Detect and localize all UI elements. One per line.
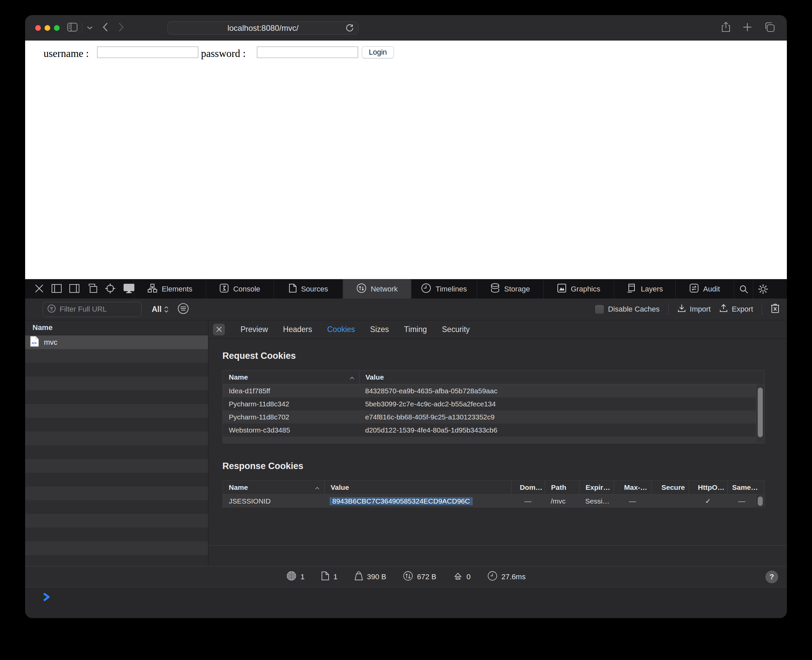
quick-console[interactable] (25, 587, 787, 618)
tab-label: Console (233, 285, 260, 294)
table-row[interactable]: Pycharm-11d8c702 e74f816c-bb68-405f-9c25… (223, 410, 764, 424)
toolbar-divider (82, 22, 82, 33)
document-code-icon: <> (30, 336, 39, 349)
undock-icon[interactable] (87, 284, 97, 294)
resource-type-select[interactable]: All (152, 305, 168, 314)
clear-network-icon[interactable] (771, 303, 780, 315)
globe-icon (286, 571, 297, 583)
address-bar[interactable]: localhost:8080/mvc/ (168, 21, 358, 35)
column-header-label: Name (32, 323, 52, 332)
sort-ascending-icon (315, 484, 320, 492)
new-tab-icon[interactable] (743, 22, 752, 33)
share-icon[interactable] (721, 22, 731, 34)
transferred-size: 672 B (403, 571, 436, 583)
detail-tab-timing[interactable]: Timing (404, 325, 427, 334)
table-row[interactable]: Idea-d1f785ff 84328570-ea9b-4635-afba-05… (223, 384, 764, 397)
chevron-down-icon[interactable] (87, 25, 92, 31)
tab-sources[interactable]: Sources (274, 279, 343, 298)
dock-bottom-icon[interactable] (69, 284, 79, 294)
column-header-name[interactable]: Name (223, 371, 359, 384)
tab-console[interactable]: Console (206, 279, 274, 298)
tab-label: Layers (641, 285, 663, 294)
column-header-value[interactable]: Value (359, 371, 764, 384)
table-row[interactable]: Pycharm-11d8c342 5beb3099-2c7e-4c9c-adc2… (223, 397, 764, 410)
tab-label: Audit (703, 285, 720, 294)
table-row[interactable]: Webstorm-c3d3485 d205d122-1539-4fe4-80a5… (223, 424, 764, 436)
detail-tab-headers[interactable]: Headers (283, 325, 312, 334)
close-inspector-icon[interactable] (35, 284, 44, 295)
scrollbar-thumb[interactable] (758, 497, 763, 506)
table-scrollbar[interactable] (756, 495, 764, 507)
table-scrollbar[interactable] (756, 384, 764, 443)
cookie-value-cell[interactable]: 8943B6CBC7C36490585324ECD9ACD96C (324, 497, 511, 505)
detail-tab-security[interactable]: Security (442, 325, 469, 334)
error-count: 0 (453, 571, 471, 582)
username-field[interactable] (97, 46, 198, 58)
sidebar-empty-rows (25, 349, 208, 566)
close-window-button[interactable] (35, 25, 41, 31)
resource-type-value: All (152, 305, 162, 314)
request-cookies-title: Request Cookies (222, 351, 787, 361)
settings-gear-icon[interactable] (753, 279, 773, 298)
tab-graphics[interactable]: Graphics (544, 279, 614, 298)
column-header-name[interactable]: Name (223, 481, 324, 494)
back-button[interactable] (103, 22, 108, 33)
request-row-mvc[interactable]: <> mvc (25, 335, 208, 349)
tab-elements[interactable]: Elements (134, 279, 206, 298)
close-detail-icon[interactable] (213, 324, 225, 335)
username-label: username : (44, 48, 89, 60)
column-header-samesite[interactable]: Same… (727, 481, 756, 494)
dock-side-icon[interactable] (52, 284, 62, 294)
table-row-jsessionid[interactable]: JSESSIONID 8943B6CBC7C36490585324ECD9ACD… (223, 495, 764, 508)
column-header-expires[interactable]: Expir… (579, 481, 614, 494)
tab-layers[interactable]: Layers (614, 279, 676, 298)
export-button[interactable]: Export (719, 304, 753, 314)
filter-input-box[interactable] (43, 302, 142, 317)
tab-label: Elements (162, 285, 193, 294)
device-icon[interactable] (123, 284, 135, 295)
network-main: Name <> mvc (25, 320, 787, 566)
column-header-secure[interactable]: Secure (651, 481, 689, 494)
scrollbar-thumb[interactable] (758, 388, 763, 437)
tab-storage[interactable]: Storage (477, 279, 544, 298)
element-selector-icon[interactable] (105, 283, 116, 295)
help-button[interactable]: ? (766, 571, 778, 583)
minimize-window-button[interactable] (44, 25, 50, 31)
password-field[interactable] (257, 46, 358, 58)
timelines-icon (421, 283, 431, 295)
tab-overview-icon[interactable] (764, 22, 775, 33)
column-header-max-age[interactable]: Max-… (614, 481, 651, 494)
column-header-domain[interactable]: Dom… (511, 481, 545, 494)
response-cookies-title: Response Cookies (222, 461, 787, 471)
filter-options-icon[interactable] (177, 303, 189, 316)
disable-caches-label: Disable Caches (608, 305, 660, 314)
column-header-value[interactable]: Value (324, 481, 511, 494)
svg-text:<>: <> (32, 340, 37, 346)
tab-network[interactable]: Network (343, 279, 411, 298)
filter-input[interactable] (60, 305, 137, 314)
sidebar-toggle-icon[interactable] (67, 23, 78, 33)
import-button[interactable]: Import (677, 304, 710, 314)
detail-tab-cookies[interactable]: Cookies (327, 325, 355, 334)
column-header-httponly[interactable]: HttpO… (689, 481, 727, 494)
table-row-partial (223, 436, 764, 444)
detail-tab-sizes[interactable]: Sizes (370, 325, 389, 334)
tab-label: Network (371, 285, 398, 294)
search-icon[interactable] (734, 279, 753, 298)
sidebar-name-column-header[interactable]: Name (25, 320, 208, 335)
forward-button[interactable] (119, 22, 124, 33)
table-header-row: Name Value (223, 371, 764, 384)
address-bar-url: localhost:8080/mvc/ (227, 24, 298, 33)
request-cookies-table: Name Value Idea-d1f785ff (222, 370, 765, 443)
column-header-path[interactable]: Path (545, 481, 579, 494)
reload-icon[interactable] (346, 24, 354, 35)
disable-caches-checkbox[interactable] (595, 305, 604, 314)
network-icon (357, 283, 366, 295)
disable-caches-control[interactable]: Disable Caches (595, 305, 660, 314)
selected-cookie-value[interactable]: 8943B6CBC7C36490585324ECD9ACD96C (330, 497, 472, 505)
tab-timelines[interactable]: Timelines (411, 279, 477, 298)
detail-tab-preview[interactable]: Preview (241, 325, 268, 334)
login-button[interactable]: Login (362, 46, 394, 58)
tab-audit[interactable]: Audit (676, 279, 734, 298)
zoom-window-button[interactable] (54, 25, 60, 31)
